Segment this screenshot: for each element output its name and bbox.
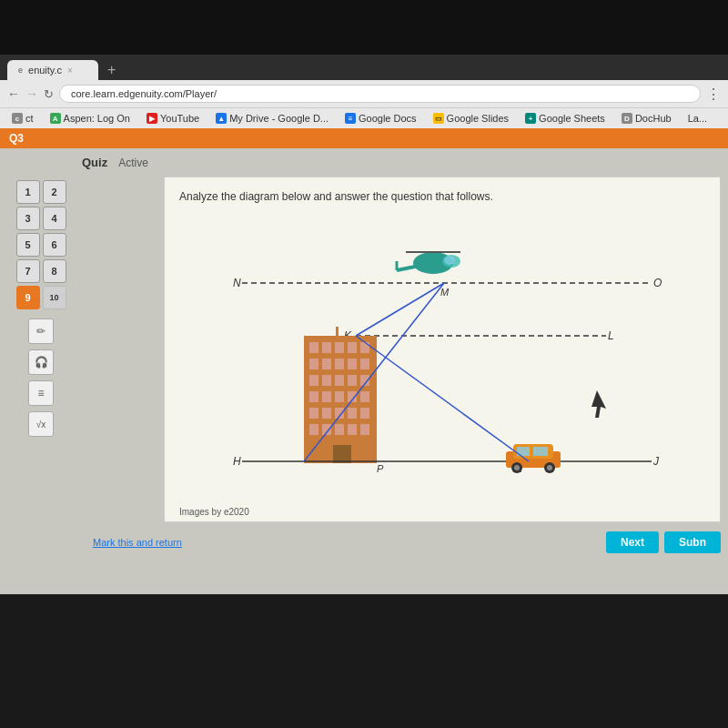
svg-rect-15 xyxy=(322,342,331,353)
active-tab[interactable]: e enuity.c × xyxy=(7,60,98,80)
q-btn-2[interactable]: 2 xyxy=(43,180,66,204)
svg-rect-44 xyxy=(333,445,351,463)
svg-rect-35 xyxy=(322,408,331,419)
back-button[interactable]: ← xyxy=(7,86,20,101)
q-btn-4[interactable]: 4 xyxy=(43,207,66,230)
forward-button[interactable]: → xyxy=(25,86,38,101)
reload-button[interactable]: ↻ xyxy=(44,87,54,101)
svg-rect-18 xyxy=(360,342,369,353)
svg-rect-54 xyxy=(533,447,548,456)
svg-marker-62 xyxy=(592,390,606,418)
bookmark-aspen-icon: A xyxy=(50,113,61,124)
bookmark-sheets[interactable]: + Google Sheets xyxy=(521,111,610,126)
svg-rect-33 xyxy=(360,391,369,402)
bookmark-aspen-label: Aspen: Log On xyxy=(64,113,130,124)
tab-close-icon[interactable]: × xyxy=(67,66,73,76)
bookmark-drive-label: My Drive - Google D... xyxy=(229,113,329,124)
svg-rect-16 xyxy=(335,342,344,353)
browser-chrome: e enuity.c × + xyxy=(0,55,728,80)
bookmark-dochub-icon: D xyxy=(622,113,632,124)
bookmarks-bar: c ct A Aspen: Log On ▶ YouTube ▲ My Driv… xyxy=(0,107,728,128)
tab-add-button[interactable]: + xyxy=(102,62,121,78)
bookmark-dochub-label: DocHub xyxy=(635,113,672,124)
quiz-label: Quiz xyxy=(82,156,107,169)
svg-text:M: M xyxy=(440,287,450,298)
submit-button[interactable]: Subn xyxy=(664,531,721,553)
bookmark-docs-label: Google Docs xyxy=(359,113,417,124)
svg-text:J: J xyxy=(652,455,660,468)
pencil-tool-btn[interactable]: ✏ xyxy=(28,318,54,344)
notes-tool-btn[interactable]: ≡ xyxy=(28,380,54,406)
mark-return-link[interactable]: Mark this and return xyxy=(82,530,193,555)
svg-text:N: N xyxy=(233,277,241,289)
quiz-status: Active xyxy=(118,157,148,169)
quiz-header: Quiz Active xyxy=(0,148,728,173)
diagram-area: N O M K L xyxy=(179,217,705,509)
svg-rect-17 xyxy=(348,342,357,353)
q-btn-1[interactable]: 1 xyxy=(16,180,40,204)
bottom-bar: Mark this and return Next Subn xyxy=(0,526,728,559)
bookmark-drive-icon: ▲ xyxy=(216,113,227,124)
q-btn-9[interactable]: 9 xyxy=(16,286,40,309)
svg-text:O: O xyxy=(653,277,662,289)
q-btn-6[interactable]: 6 xyxy=(43,233,66,257)
bookmark-docs[interactable]: ≡ Google Docs xyxy=(340,111,421,126)
bookmark-ct[interactable]: c ct xyxy=(7,111,38,126)
bookmark-youtube-icon: ▶ xyxy=(147,113,157,124)
tab-label: enuity.c xyxy=(28,65,62,76)
main-content: Quiz Active 1 2 3 4 5 6 7 8 9 10 ✏ 🎧 ≡ √… xyxy=(0,148,728,594)
svg-text:P: P xyxy=(377,463,384,474)
svg-rect-19 xyxy=(309,359,318,369)
top-bar xyxy=(0,0,728,55)
bookmark-slides[interactable]: ▭ Google Slides xyxy=(429,111,514,126)
svg-rect-22 xyxy=(348,359,357,369)
svg-rect-42 xyxy=(348,424,357,435)
q-btn-3[interactable]: 3 xyxy=(16,207,40,230)
svg-rect-38 xyxy=(360,408,369,419)
question-nav: 1 2 3 4 5 6 7 8 9 10 xyxy=(5,180,77,313)
bookmark-drive[interactable]: ▲ My Drive - Google D... xyxy=(211,111,333,126)
address-bar[interactable]: core.learn.edgenuity.com/Player/ xyxy=(59,85,701,103)
images-credit: Images by e2020 xyxy=(179,507,705,517)
quiz-content-panel: Analyze the diagram below and answer the… xyxy=(164,177,721,522)
audio-tool-btn[interactable]: 🎧 xyxy=(28,349,54,375)
q-btn-8[interactable]: 8 xyxy=(43,259,66,283)
quiz-area-row: 1 2 3 4 5 6 7 8 9 10 ✏ 🎧 ≡ √x Analyze th… xyxy=(0,173,728,526)
svg-rect-43 xyxy=(360,424,369,435)
q-btn-10[interactable]: 10 xyxy=(43,286,66,309)
bookmark-youtube[interactable]: ▶ YouTube xyxy=(142,111,204,126)
svg-rect-45 xyxy=(336,327,339,338)
bookmark-youtube-label: YouTube xyxy=(160,113,199,124)
bookmark-ct-icon: c xyxy=(12,113,23,124)
profile-icon[interactable]: ⋮ xyxy=(706,86,721,103)
svg-rect-34 xyxy=(309,408,318,419)
bookmark-aspen[interactable]: A Aspen: Log On xyxy=(46,111,135,126)
q-btn-5[interactable]: 5 xyxy=(16,233,40,257)
edgenuity-header: Q3 xyxy=(0,128,728,148)
svg-rect-23 xyxy=(360,359,369,369)
svg-rect-41 xyxy=(335,424,344,435)
svg-rect-25 xyxy=(322,375,331,386)
svg-line-59 xyxy=(356,283,444,336)
next-button[interactable]: Next xyxy=(606,531,659,553)
svg-rect-37 xyxy=(348,408,357,419)
svg-rect-14 xyxy=(309,342,318,353)
bookmark-sheets-icon: + xyxy=(525,113,536,124)
svg-line-60 xyxy=(356,336,529,461)
svg-rect-21 xyxy=(335,359,344,369)
address-bar-row: ← → ↻ core.learn.edgenuity.com/Player/ ⋮ xyxy=(0,80,728,107)
q-btn-7[interactable]: 7 xyxy=(16,259,40,283)
bookmark-la[interactable]: La... xyxy=(683,111,712,126)
tab-bar: e enuity.c × + xyxy=(7,60,721,80)
svg-point-56 xyxy=(514,465,520,470)
bookmark-slides-icon: ▭ xyxy=(433,113,444,124)
tab-favicon: e xyxy=(18,66,23,75)
svg-rect-26 xyxy=(335,375,344,386)
equation-tool-btn[interactable]: √x xyxy=(28,411,54,437)
quarter-label: Q3 xyxy=(9,132,24,145)
bookmark-la-label: La... xyxy=(688,113,707,124)
svg-text:H: H xyxy=(233,455,241,468)
bookmark-dochub[interactable]: D DocHub xyxy=(617,111,676,126)
svg-rect-30 xyxy=(322,391,331,402)
svg-rect-20 xyxy=(322,359,331,369)
